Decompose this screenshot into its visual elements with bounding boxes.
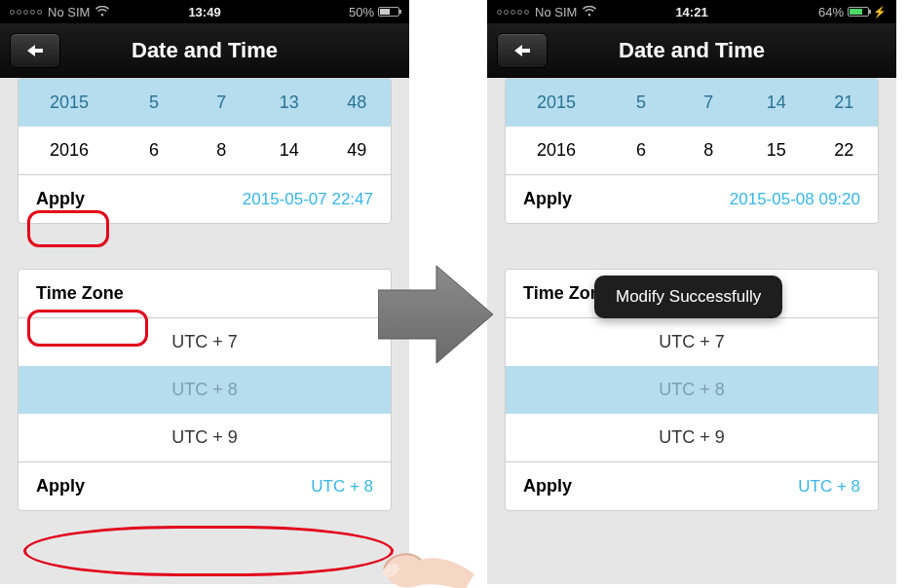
battery-icon [848, 7, 869, 17]
transition-arrow-icon [378, 261, 495, 372]
apply-label: Apply [36, 476, 85, 496]
battery-percent: 50% [349, 5, 374, 19]
datetime-apply-row[interactable]: Apply 2015-05-08 09:20 [506, 174, 878, 223]
picker-day[interactable]: 7 [188, 79, 255, 127]
tz-option[interactable]: UTC + 7 [506, 318, 878, 366]
apply-label: Apply [523, 476, 572, 496]
nav-bar: Date and Time [487, 23, 896, 78]
battery-percent: 64% [818, 5, 844, 19]
picker-cell[interactable]: 49 [323, 127, 391, 174]
timezone-apply-row[interactable]: Apply UTC + 8 [19, 461, 391, 510]
tz-option[interactable]: UTC + 7 [19, 318, 391, 366]
picker-hour[interactable]: 13 [255, 79, 322, 127]
picker-cell[interactable]: 8 [675, 127, 742, 174]
datetime-apply-row[interactable]: Apply 2015-05-07 22:47 [19, 174, 391, 223]
picker-row-selected[interactable]: 2015 5 7 14 21 [506, 79, 878, 127]
apply-label: Apply [523, 189, 572, 209]
picker-cell[interactable]: 2016 [506, 127, 607, 174]
picker-row-next[interactable]: 2016 6 8 15 22 [506, 127, 878, 174]
page-title: Date and Time [0, 38, 409, 63]
carrier-label: No SIM [48, 5, 90, 19]
carrier-label: No SIM [535, 5, 577, 19]
picker-cell[interactable]: 6 [607, 127, 674, 174]
wifi-icon [95, 5, 109, 19]
picker-month[interactable]: 5 [607, 79, 674, 127]
tz-option-selected[interactable]: UTC + 8 [506, 366, 878, 414]
picker-year[interactable]: 2015 [19, 79, 120, 127]
apply-value: 2015-05-08 09:20 [730, 190, 860, 209]
signal-dots-icon [497, 10, 529, 15]
tz-option-selected[interactable]: UTC + 8 [19, 366, 391, 414]
picker-month[interactable]: 5 [120, 79, 187, 127]
timezone-header: Time Zone [19, 270, 391, 318]
picker-cell[interactable]: 22 [811, 127, 878, 174]
timezone-picker[interactable]: UTC + 7 UTC + 8 UTC + 9 [506, 318, 878, 461]
picker-hour[interactable]: 14 [742, 79, 810, 127]
page-title: Date and Time [487, 38, 896, 63]
battery-icon [378, 7, 399, 17]
toast-modify-success: Modify Successfully [594, 276, 782, 318]
picker-min[interactable]: 48 [323, 79, 391, 127]
apply-value: UTC + 8 [311, 477, 373, 496]
timezone-card: Time Zone UTC + 7 UTC + 8 UTC + 9 Apply … [18, 269, 392, 511]
apply-label: Apply [36, 189, 85, 209]
signal-dots-icon [10, 10, 42, 15]
timezone-picker[interactable]: UTC + 7 UTC + 8 UTC + 9 [19, 318, 391, 461]
picker-row-next[interactable]: 2016 6 8 14 49 [19, 127, 391, 174]
picker-cell[interactable]: 6 [120, 127, 187, 174]
date-time-card: 2015 5 7 14 21 2016 6 8 15 22 [505, 78, 879, 224]
picker-row-selected[interactable]: 2015 5 7 13 48 [19, 79, 391, 127]
picker-cell[interactable]: 8 [188, 127, 255, 174]
apply-value: 2015-05-07 22:47 [243, 190, 373, 209]
date-time-card: 2015 5 7 13 48 2016 6 8 14 49 [18, 78, 392, 224]
wifi-icon [583, 5, 596, 19]
picker-year[interactable]: 2015 [506, 79, 607, 127]
picker-cell[interactable]: 14 [255, 127, 322, 174]
phone-screen-before: No SIM 13:49 50% Date and Time [0, 0, 409, 584]
nav-bar: Date and Time [0, 23, 409, 78]
picker-cell[interactable]: 2016 [19, 127, 120, 174]
status-bar: No SIM 13:49 50% [0, 0, 409, 23]
timezone-apply-row[interactable]: Apply UTC + 8 [506, 461, 878, 510]
apply-value: UTC + 8 [798, 477, 860, 496]
picker-min[interactable]: 21 [811, 79, 878, 127]
status-bar: No SIM 14:21 64% ⚡ [487, 0, 896, 23]
picker-cell[interactable]: 15 [742, 127, 810, 174]
tz-option[interactable]: UTC + 9 [19, 414, 391, 461]
picker-day[interactable]: 7 [675, 79, 742, 127]
tz-option[interactable]: UTC + 9 [506, 414, 878, 461]
charging-icon: ⚡ [873, 6, 887, 18]
